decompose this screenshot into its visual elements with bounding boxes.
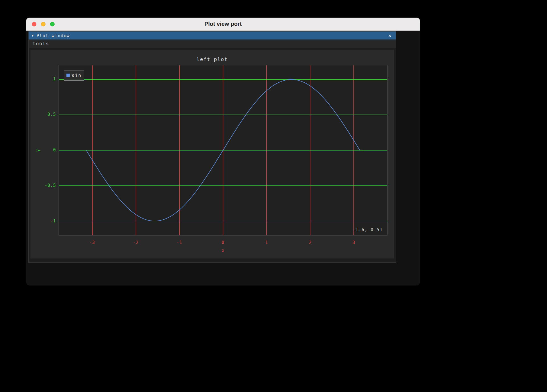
x-tick-label: 0 — [215, 240, 232, 245]
y-tick-label: 1 — [30, 76, 56, 82]
plot-frame[interactable]: sin -1.6, 0.51 — [59, 65, 388, 235]
y-tick-label: -0.5 — [30, 183, 56, 188]
menu-bar: tools — [29, 39, 396, 48]
minimize-traffic-light[interactable] — [41, 22, 45, 26]
y-tick-label: 0.5 — [30, 112, 56, 117]
y-tick-label: -1 — [30, 218, 56, 224]
mac-window: Plot view port ▼ Plot window ✕ tools lef… — [26, 18, 420, 285]
x-tick-label: 2 — [302, 240, 319, 245]
traffic-lights — [32, 18, 55, 30]
legend-label-sin: sin — [72, 73, 82, 78]
imgui-plot-window: ▼ Plot window ✕ tools left_plot sin -1.6… — [28, 31, 396, 263]
imgui-window-title: Plot window — [36, 33, 70, 38]
y-tick-label: 0 — [30, 147, 56, 153]
imgui-content: left_plot sin -1.6, 0.51 10.50-0.5-1 -3-… — [29, 48, 396, 262]
imgui-titlebar[interactable]: ▼ Plot window ✕ — [29, 32, 396, 39]
legend-swatch-sin[interactable] — [66, 74, 70, 77]
plot-canvas[interactable] — [59, 65, 387, 235]
menu-item-tools[interactable]: tools — [33, 41, 49, 46]
plot-child: left_plot sin -1.6, 0.51 10.50-0.5-1 -3-… — [30, 50, 394, 258]
y-axis-label: y — [35, 148, 40, 153]
collapse-arrow-icon[interactable]: ▼ — [32, 34, 34, 37]
close-traffic-light[interactable] — [32, 22, 36, 26]
zoom-traffic-light[interactable] — [50, 22, 55, 26]
x-tick-label: 1 — [258, 240, 275, 245]
mac-titlebar[interactable]: Plot view port — [26, 18, 420, 31]
close-icon[interactable]: ✕ — [387, 33, 393, 39]
window-title: Plot view port — [204, 21, 242, 27]
mouse-position-readout: -1.6, 0.51 — [353, 227, 383, 232]
x-axis-label: x — [59, 248, 388, 253]
x-tick-label: 3 — [345, 240, 362, 245]
x-tick-label: -3 — [84, 240, 101, 245]
plot-legend[interactable]: sin — [64, 70, 84, 81]
x-tick-label: -1 — [171, 240, 188, 245]
plot-title: left_plot — [30, 57, 394, 62]
x-tick-label: -2 — [127, 240, 144, 245]
